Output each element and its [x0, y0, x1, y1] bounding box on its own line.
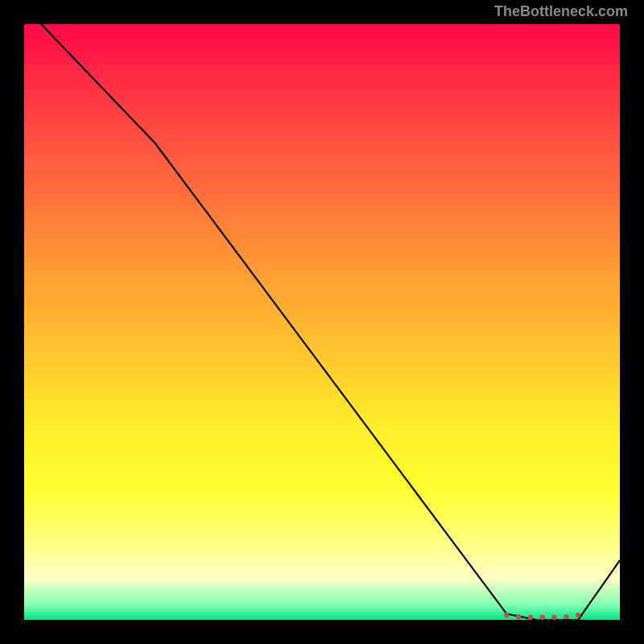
data-line [24, 24, 620, 620]
chart-svg [24, 24, 620, 620]
data-marker [564, 614, 568, 619]
chart-container: TheBottleneck.com [0, 0, 644, 644]
data-marker [516, 614, 521, 619]
data-marker [576, 613, 580, 617]
data-marker [540, 615, 545, 620]
plot-area [24, 24, 620, 620]
data-marker [504, 613, 509, 617]
watermark-text: TheBottleneck.com [494, 3, 628, 20]
data-marker [528, 615, 533, 620]
data-marker [551, 615, 556, 620]
